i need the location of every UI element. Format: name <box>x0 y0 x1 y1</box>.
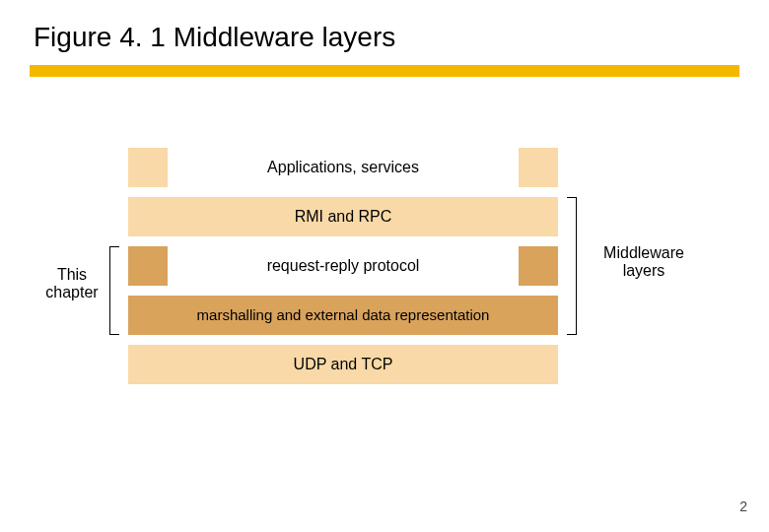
caption-middleware-layers: Middleware layers <box>590 244 698 281</box>
layer-marshalling: marshalling and external data representa… <box>128 296 558 335</box>
layer-band-marshalling: marshalling and external data representa… <box>128 296 558 335</box>
bracket-right-icon <box>567 197 577 335</box>
layers-diagram: Applications, services RMI and RPC reque… <box>0 148 769 404</box>
caption-left-line2: chapter <box>45 284 98 300</box>
page-number: 2 <box>739 499 747 514</box>
caption-left-line1: This <box>57 266 87 283</box>
bracket-left-icon <box>109 246 119 335</box>
caption-this-chapter: This chapter <box>37 266 106 302</box>
figure-title: Figure 4. 1 Middleware layers <box>34 22 395 53</box>
layer-applications: Applications, services <box>168 148 519 187</box>
layer-band-udp: UDP and TCP <box>128 345 558 384</box>
layer-request-reply: request-reply protocol <box>168 246 519 286</box>
layer-udp-tcp: UDP and TCP <box>128 345 558 384</box>
title-underline <box>30 65 739 77</box>
caption-right-line1: Middleware <box>603 244 684 261</box>
layer-band-rmi: RMI and RPC <box>128 197 558 236</box>
caption-right-line2: layers <box>623 262 665 279</box>
layer-rmi-rpc: RMI and RPC <box>128 197 558 236</box>
slide: Figure 4. 1 Middleware layers Applicatio… <box>0 0 769 532</box>
